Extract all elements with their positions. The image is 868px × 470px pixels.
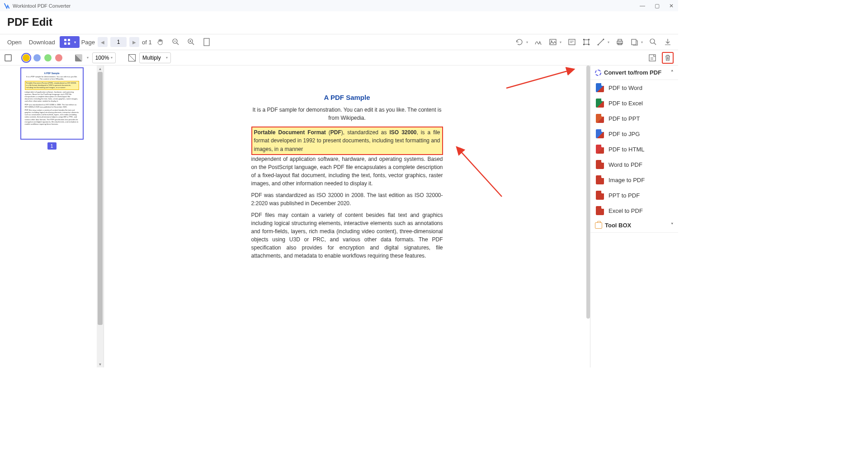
convert-item-pdf-to-excel[interactable]: PDF to Excel bbox=[590, 95, 678, 111]
convert-item-image-to-pdf[interactable]: Image to PDF bbox=[590, 172, 678, 188]
svg-rect-0 bbox=[64, 39, 66, 41]
convert-item-pdf-to-html[interactable]: PDF to HTML bbox=[590, 141, 678, 157]
svg-point-13 bbox=[551, 41, 552, 42]
convert-panel-header[interactable]: Convert to/from PDF ˄ bbox=[590, 66, 678, 80]
signature-button[interactable] bbox=[533, 36, 544, 48]
shape-select-button[interactable] bbox=[5, 54, 12, 61]
delete-button[interactable] bbox=[662, 52, 674, 64]
crop-button[interactable] bbox=[580, 36, 592, 48]
svg-point-29 bbox=[650, 39, 655, 43]
convert-item-word-to-pdf[interactable]: Word to PDF bbox=[590, 157, 678, 172]
fit-page-icon bbox=[203, 38, 211, 46]
thumbnails-toggle-button[interactable]: ▾ bbox=[60, 36, 80, 48]
line-icon bbox=[597, 38, 605, 46]
download-button[interactable]: Download bbox=[26, 37, 58, 47]
svg-point-23 bbox=[598, 44, 599, 46]
download-icon-button[interactable] bbox=[662, 36, 674, 48]
convert-item-label: Image to PDF bbox=[609, 177, 645, 183]
zoom-in-button[interactable] bbox=[184, 36, 198, 48]
grid-icon bbox=[63, 38, 71, 46]
main-area: A PDF Sample It is a PDF sample for demo… bbox=[0, 66, 678, 367]
svg-rect-14 bbox=[569, 39, 575, 45]
fit-page-button[interactable] bbox=[200, 36, 213, 48]
convert-item-label: PDF to HTML bbox=[609, 146, 644, 153]
svg-line-22 bbox=[598, 39, 604, 45]
app-logo-icon bbox=[4, 3, 10, 9]
maximize-button[interactable]: ▢ bbox=[654, 3, 660, 9]
convert-item-pdf-to-ppt[interactable]: PDF to PPT bbox=[590, 111, 678, 126]
convert-item-excel-to-pdf[interactable]: Excel to PDF bbox=[590, 203, 678, 218]
file-type-icon bbox=[596, 206, 604, 215]
svg-rect-28 bbox=[632, 39, 636, 45]
opacity-icon[interactable] bbox=[75, 54, 82, 61]
toolbox-header[interactable]: Tool BOX ˅ bbox=[590, 218, 678, 233]
text-box-button[interactable] bbox=[566, 36, 578, 48]
print-icon bbox=[616, 38, 624, 46]
minimize-button[interactable]: — bbox=[639, 3, 646, 9]
convert-item-label: PDF to Excel bbox=[609, 100, 643, 107]
svg-line-30 bbox=[654, 43, 656, 45]
blend-mode-select[interactable]: Multiply▾ bbox=[139, 52, 171, 63]
svg-rect-2 bbox=[64, 42, 66, 45]
canvas-scrollbar[interactable] bbox=[586, 66, 590, 319]
rotate-button[interactable]: ▾ bbox=[514, 36, 530, 48]
thumbnail-scrollbar[interactable]: ▲ ▼ bbox=[97, 66, 104, 367]
file-type-icon bbox=[596, 191, 604, 200]
note-button[interactable] bbox=[646, 52, 658, 64]
open-button[interactable]: Open bbox=[5, 37, 24, 47]
color-swatch-green[interactable] bbox=[44, 54, 52, 61]
convert-item-label: Excel to PDF bbox=[609, 207, 643, 214]
image-icon bbox=[549, 38, 557, 46]
convert-item-label: PDF to PPT bbox=[609, 115, 640, 122]
file-type-icon bbox=[596, 99, 604, 108]
doc-paragraph-1: independent of application software, har… bbox=[251, 155, 443, 188]
zoom-select[interactable]: 100%▾ bbox=[92, 52, 116, 63]
pdf-page[interactable]: A PDF Sample It is a PDF sample for demo… bbox=[212, 66, 483, 354]
search-button[interactable] bbox=[647, 36, 659, 48]
svg-rect-1 bbox=[68, 39, 70, 41]
page-next-button[interactable]: ▶ bbox=[129, 37, 139, 47]
chevron-down-icon: ▾ bbox=[74, 40, 76, 44]
pan-tool-button[interactable] bbox=[154, 36, 167, 48]
convert-item-ppt-to-pdf[interactable]: PPT to PDF bbox=[590, 188, 678, 203]
search-icon bbox=[649, 38, 657, 46]
chevron-down-icon: ▾ bbox=[560, 40, 561, 44]
file-type-icon bbox=[596, 145, 604, 154]
blend-icon[interactable] bbox=[128, 54, 136, 61]
svg-rect-3 bbox=[68, 42, 70, 45]
svg-rect-21 bbox=[588, 44, 590, 45]
chevron-down-icon: ˅ bbox=[671, 222, 674, 228]
zoom-out-button[interactable] bbox=[169, 36, 183, 48]
color-swatch-yellow[interactable] bbox=[23, 54, 30, 61]
svg-rect-18 bbox=[583, 39, 585, 40]
document-canvas[interactable]: A PDF Sample It is a PDF sample for demo… bbox=[104, 66, 590, 367]
app-title: Workintool PDF Converter bbox=[13, 3, 71, 9]
crop-icon bbox=[582, 38, 590, 46]
doc-paragraph-2: PDF was standardized as ISO 32000 in 200… bbox=[251, 191, 443, 207]
line-tool-button[interactable]: ▾ bbox=[595, 36, 611, 48]
convert-item-pdf-to-word[interactable]: PDF to Word bbox=[590, 80, 678, 95]
export-button[interactable]: ▾ bbox=[628, 36, 645, 48]
convert-item-pdf-to-jpg[interactable]: PDF to JPG bbox=[590, 126, 678, 141]
print-button[interactable] bbox=[614, 36, 626, 48]
page-prev-button[interactable]: ◀ bbox=[98, 37, 108, 47]
file-type-icon bbox=[596, 114, 604, 123]
image-button[interactable]: ▾ bbox=[547, 36, 563, 48]
close-button[interactable]: ✕ bbox=[668, 3, 675, 9]
title-bar: Workintool PDF Converter — ▢ ✕ bbox=[0, 0, 678, 11]
zoom-out-icon bbox=[172, 38, 180, 46]
highlighted-selection[interactable]: Portable Document Format (PDF), standard… bbox=[251, 127, 443, 155]
svg-rect-19 bbox=[588, 39, 590, 40]
page-thumbnail[interactable]: A PDF Sample It is a PDF sample for demo… bbox=[20, 67, 84, 150]
toolbox-icon bbox=[595, 222, 602, 229]
doc-title: A PDF Sample bbox=[251, 93, 443, 103]
thumbnail-panel: A PDF Sample It is a PDF sample for demo… bbox=[0, 66, 104, 367]
color-swatch-red[interactable] bbox=[55, 54, 62, 61]
color-swatch-blue[interactable] bbox=[33, 54, 41, 61]
convert-item-label: Word to PDF bbox=[609, 161, 642, 168]
chevron-down-icon: ▾ bbox=[641, 40, 643, 44]
convert-item-label: PPT to PDF bbox=[609, 192, 640, 199]
page-number-input[interactable] bbox=[110, 37, 127, 47]
text-box-icon bbox=[568, 38, 576, 46]
file-type-icon bbox=[596, 160, 604, 169]
